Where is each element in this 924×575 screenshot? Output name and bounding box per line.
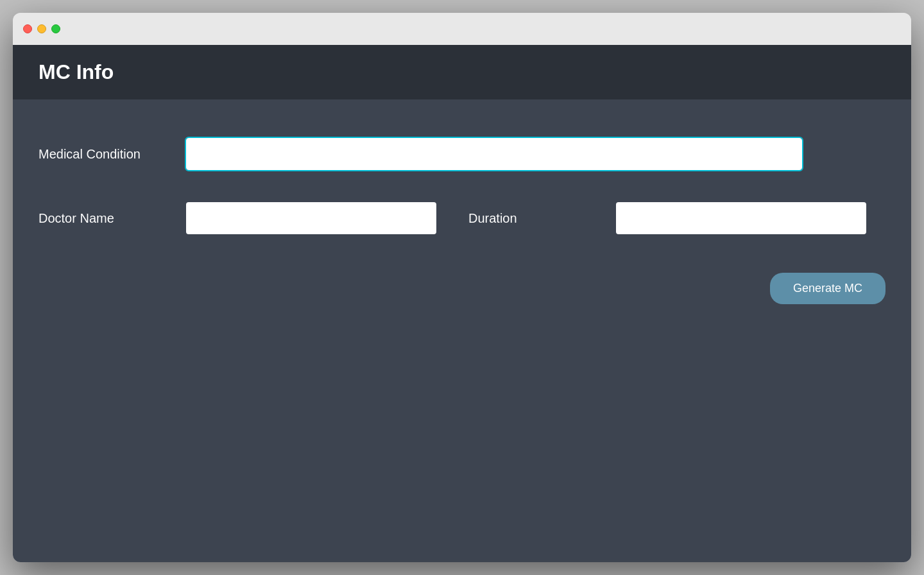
medical-condition-label: Medical Condition	[38, 147, 167, 162]
doctor-name-group: Doctor Name	[38, 202, 436, 234]
medical-condition-input[interactable]	[186, 138, 802, 170]
duration-label: Duration	[468, 211, 597, 226]
doctor-name-input[interactable]	[186, 202, 436, 234]
titlebar	[13, 13, 911, 45]
button-row: Generate MC	[38, 273, 886, 304]
main-content: Medical Condition Doctor Name Duration G…	[13, 99, 911, 562]
maximize-button[interactable]	[51, 24, 60, 33]
form-section: Medical Condition Doctor Name Duration G…	[38, 138, 886, 304]
doctor-duration-row: Doctor Name Duration	[38, 202, 886, 234]
generate-mc-button[interactable]: Generate MC	[770, 273, 886, 304]
app-header: MC Info	[13, 45, 911, 99]
page-title: MC Info	[38, 60, 886, 84]
close-button[interactable]	[23, 24, 32, 33]
medical-condition-row: Medical Condition	[38, 138, 886, 170]
minimize-button[interactable]	[37, 24, 46, 33]
duration-input[interactable]	[616, 202, 866, 234]
doctor-name-label: Doctor Name	[38, 211, 167, 226]
duration-group: Duration	[468, 202, 866, 234]
app-window: MC Info Medical Condition Doctor Name Du…	[13, 13, 911, 562]
